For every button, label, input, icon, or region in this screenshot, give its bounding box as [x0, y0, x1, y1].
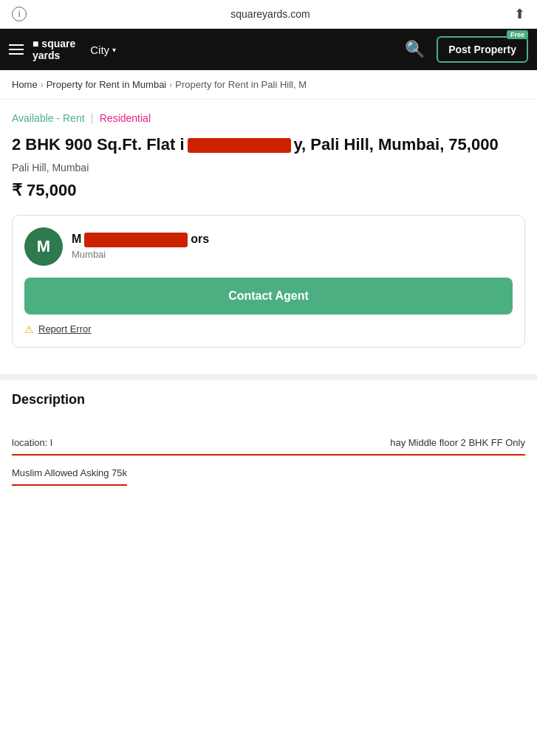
- post-property-button[interactable]: Free Post Property: [437, 36, 528, 63]
- property-content: Available - Rent | Residential 2 BHK 900…: [0, 100, 537, 374]
- description-title: Description: [12, 392, 525, 408]
- tag-type: Residential: [100, 112, 151, 124]
- contact-agent-button[interactable]: Contact Agent: [24, 278, 513, 315]
- report-error-label[interactable]: Report Error: [38, 323, 92, 334]
- section-divider: [0, 374, 537, 380]
- breadcrumb-level2: Property for Rent in Pali Hill, M: [175, 79, 307, 90]
- agent-name-prefix: M: [72, 233, 81, 245]
- city-selector[interactable]: City ▾: [90, 44, 116, 56]
- property-tags: Available - Rent | Residential: [12, 111, 525, 125]
- agent-city: Mumbai: [72, 249, 209, 260]
- footer-description: location: l hay Middle floor 2 BHK FF On…: [0, 431, 537, 504]
- property-title: 2 BHK 900 Sq.Ft. Flat iy, Pali Hill, Mum…: [12, 134, 525, 156]
- tag-available: Available - Rent: [12, 112, 85, 124]
- breadcrumb-home[interactable]: Home: [12, 79, 38, 90]
- description-line2: Muslim Allowed Asking 75k: [12, 461, 127, 486]
- logo-text-line2: yards: [33, 49, 60, 61]
- avatar: M: [24, 227, 63, 266]
- agent-info: M Mors Mumbai: [24, 227, 513, 266]
- info-icon: i: [12, 7, 27, 21]
- navbar: ■ square yards City ▾ 🔍 Free Post Proper…: [0, 29, 537, 70]
- property-location: Pali Hill, Mumbai: [12, 162, 525, 173]
- property-price: ₹ 75,000: [12, 181, 525, 200]
- breadcrumb-level1[interactable]: Property for Rent in Mumbai: [47, 79, 167, 90]
- agent-details: Mors Mumbai: [72, 233, 209, 260]
- property-title-prefix: 2 BHK 900 Sq.Ft. Flat i: [12, 135, 185, 154]
- logo-text-line1: ■ square: [33, 38, 75, 50]
- report-error[interactable]: ⚠ Report Error: [24, 323, 513, 335]
- search-icon[interactable]: 🔍: [402, 37, 428, 62]
- description-line1-left: location: l: [12, 437, 52, 448]
- redacted-agent-name: [84, 233, 188, 247]
- hamburger-menu[interactable]: [9, 44, 24, 55]
- agent-name-suffix: ors: [191, 233, 209, 245]
- tag-divider: |: [91, 111, 94, 125]
- agent-card: M Mors Mumbai Contact Agent ⚠ Report Err…: [12, 215, 525, 348]
- agent-name: Mors: [72, 233, 209, 247]
- url-display: squareyards.com: [230, 8, 309, 20]
- description-line1: location: l hay Middle floor 2 BHK FF On…: [12, 431, 525, 456]
- breadcrumb-sep-1: ›: [41, 80, 44, 90]
- description-line2-wrapper: Muslim Allowed Asking 75k: [12, 456, 525, 492]
- status-bar: i squareyards.com ⬆: [0, 0, 537, 29]
- city-label: City: [90, 44, 109, 56]
- share-icon[interactable]: ⬆: [514, 6, 525, 22]
- warning-icon: ⚠: [24, 323, 34, 335]
- redacted-title: [188, 138, 291, 153]
- description-line1-right: hay Middle floor 2 BHK FF Only: [390, 437, 525, 448]
- logo[interactable]: ■ square yards: [33, 38, 75, 62]
- property-title-suffix: y, Pali Hill, Mumbai, 75,000: [294, 135, 499, 154]
- description-section: Description: [0, 380, 537, 431]
- free-badge: Free: [507, 30, 528, 39]
- breadcrumb-sep-2: ›: [169, 80, 172, 90]
- breadcrumb: Home › Property for Rent in Mumbai › Pro…: [0, 70, 537, 100]
- chevron-down-icon: ▾: [112, 46, 116, 54]
- post-property-label: Post Property: [448, 44, 516, 55]
